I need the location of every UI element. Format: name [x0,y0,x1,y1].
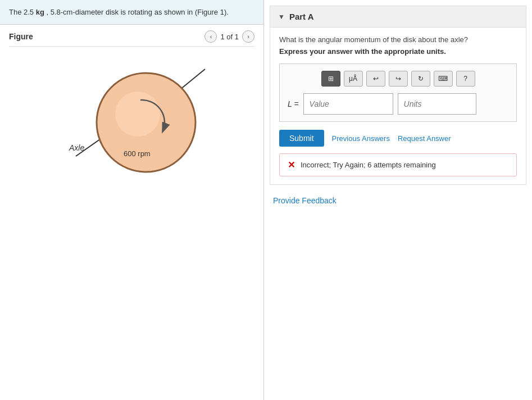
next-figure-button[interactable]: › [242,30,254,43]
submit-button[interactable]: Submit [279,130,324,147]
input-row: L = [288,93,508,115]
svg-point-3 [115,92,160,137]
grid-icon: ⊞ [328,75,334,83]
units-input[interactable] [398,93,476,115]
input-label: L = [288,99,299,108]
refresh-icon: ↻ [418,75,424,83]
part-section: ▼ Part A What is the angular momentum of… [270,6,526,185]
request-answer-button[interactable]: Request Answer [398,134,451,143]
figure-nav: ‹ 1 of 1 › [204,30,254,43]
error-message: Incorrect; Try Again; 6 attempts remaini… [301,161,436,169]
mu-icon: μÅ [349,75,357,83]
redo-button[interactable]: ↪ [389,71,408,87]
prev-figure-button[interactable]: ‹ [204,30,217,43]
rpm-label: 600 rpm [124,149,151,158]
figure-title: Figure [9,32,33,41]
mu-button[interactable]: μÅ [344,71,363,87]
figure-header: Figure ‹ 1 of 1 › [9,30,254,47]
question-text: What is the angular momentum of the disk… [279,35,517,44]
refresh-button[interactable]: ↻ [411,71,430,87]
action-row: Submit Previous Answers Request Answer [279,130,517,147]
error-icon: ✕ [288,160,295,170]
figure-area: Figure ‹ 1 of 1 › Axle [0,25,263,193]
answer-box: ⊞ μÅ ↩ ↪ ↻ [279,63,517,122]
part-header: ▼ Part A [270,6,526,28]
value-input[interactable] [303,93,393,115]
provide-feedback-button[interactable]: Provide Feedback [264,190,345,211]
error-box: ✕ Incorrect; Try Again; 6 attempts remai… [279,153,517,176]
figure-counter: 1 of 1 [220,33,239,41]
toolbar: ⊞ μÅ ↩ ↪ ↻ [288,71,508,87]
problem-text: The 2.5 kg , 5.8-cm-diameter disk is rot… [9,8,229,16]
part-title: Part A [289,12,314,21]
collapse-icon[interactable]: ▼ [278,13,285,21]
problem-statement: The 2.5 kg , 5.8-cm-diameter disk is rot… [0,0,263,25]
mass-value: kg [36,8,44,16]
keyboard-button[interactable]: ⌨ [434,71,453,87]
previous-answers-button[interactable]: Previous Answers [332,134,390,143]
redo-icon: ↪ [395,75,401,83]
undo-icon: ↩ [373,75,379,83]
grid-button[interactable]: ⊞ [321,71,340,87]
keyboard-icon: ⌨ [438,75,448,83]
axle-label: Axle [69,143,84,152]
help-button[interactable]: ? [456,71,475,87]
undo-button[interactable]: ↩ [366,71,385,87]
part-content: What is the angular momentum of the disk… [270,28,526,185]
right-panel: ▼ Part A What is the angular momentum of… [264,0,532,400]
figure-image: Axle 600 rpm [9,52,254,187]
help-icon: ? [463,75,467,83]
express-text: Express your answer with the appropriate… [279,47,517,56]
left-panel: The 2.5 kg , 5.8-cm-diameter disk is rot… [0,0,264,400]
disk-svg: Axle 600 rpm [59,58,228,181]
